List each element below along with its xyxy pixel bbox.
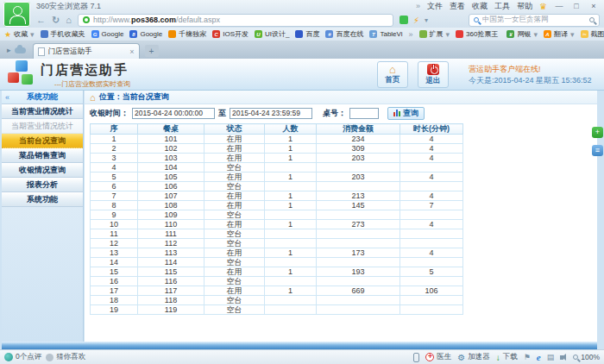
search-icon[interactable] [589,17,595,22]
pin-icon[interactable]: ▸ [7,46,11,54]
zoom-item[interactable]: 100% [573,353,600,361]
sidebar-item[interactable]: 收银情况查询 [2,163,83,178]
flag-icon[interactable]: ⚑ [524,353,531,361]
side-gadget-add-icon[interactable]: + [592,127,603,138]
guess-item[interactable]: 猜你喜欢 [46,352,85,362]
ie-compat-icon[interactable]: e [537,352,541,362]
bookmark-label: Google [102,30,124,38]
vip-crown-icon[interactable]: ♛ [539,2,547,11]
bookmarks-root[interactable]: ★ 收藏 ▾ [4,29,35,39]
cloud-sync-icon[interactable] [15,47,26,53]
download-item[interactable]: ↓ 下载 [496,352,518,362]
table-row[interactable]: 15115在用11935 [91,267,463,277]
bookmark-item[interactable]: 百度 [295,29,319,39]
table-row[interactable]: 11111空台 [91,229,463,239]
back-icon[interactable]: ← [36,16,46,25]
extension-label: 网银 [517,29,531,39]
table-row[interactable]: 2102在用13094 [91,144,463,154]
query-button[interactable]: 查询 [387,107,425,120]
reviews-item[interactable]: 0个点评 [4,352,41,362]
cell-seq: 13 [91,248,138,258]
table-row[interactable]: 7107在用12134 [91,191,463,201]
table-row[interactable]: 6106空台 [91,182,463,191]
speaker-icon[interactable] [560,355,563,360]
table-row[interactable]: 1101在用12344 [91,135,463,144]
accelerator-item[interactable]: ⚙ 加速器 [457,352,489,362]
url-domain: pos368.com [131,16,176,24]
menu-item[interactable]: 文件 [427,1,443,12]
user-avatar[interactable] [3,2,30,27]
sidebar-item-label: 报表分析 [27,179,58,191]
cell-minutes: 7 [400,201,463,210]
sidebar-item[interactable]: 当前营业情况统计 [2,104,83,119]
extension-item[interactable]: ✂截图▾ [581,29,604,39]
table-row[interactable]: 14114空台 [91,258,463,267]
collapse-icon[interactable]: « [5,93,9,102]
bookmark-item[interactable]: 8Google [129,29,162,39]
browser-statusbar: 0个点评 猜你喜欢 医生 ⚙ 加速器 ↓ 下载 ⚑ e ▤ 100% [0,349,604,364]
refresh-icon[interactable]: ↻ [52,16,60,25]
extension-item[interactable]: 扩展▾ [419,29,450,39]
table-row[interactable]: 12112空台 [91,239,463,248]
query-button-label: 查询 [403,108,418,119]
sidebar-header[interactable]: « 系统功能 [2,91,83,104]
extension-item[interactable]: 360抢票王 [456,29,500,39]
browser-tab[interactable]: 门店营运助手 × [33,43,140,59]
bookmark-item[interactable]: #百度在线 [325,29,363,39]
side-gadget-menu-icon[interactable]: ≡ [592,145,603,156]
table-row[interactable]: 5105在用12034 [91,173,463,182]
table-row[interactable]: 18118空台 [91,296,463,305]
bolt-icon[interactable]: ⚡ [413,16,419,25]
menu-item[interactable]: 收藏 [472,1,488,12]
speed-mode-icon[interactable] [400,16,408,24]
table-row[interactable]: 17117在用1669106 [91,286,463,296]
table-row[interactable]: 9109空台 [91,210,463,220]
cell-minutes: 4 [400,220,463,229]
sidebar-item[interactable]: 菜品销售查询 [2,148,83,163]
bookmark-item[interactable]: CIOS开发 [212,29,249,39]
table-row[interactable]: 4104空台 [91,163,463,173]
bookmark-item[interactable]: GGoogle [91,29,124,39]
minimize-button[interactable]: — [554,2,564,10]
table-row[interactable]: 8108在用11457 [91,201,463,210]
bookmark-item[interactable]: 千橡独家 [168,29,206,39]
menu-item[interactable]: 查看 [450,1,465,12]
table-row[interactable]: 3103在用12034 [91,154,463,163]
extension-item[interactable]: A翻译▾ [544,29,575,39]
bookmark-item[interactable]: UUI设计_ [255,29,289,39]
restore-button[interactable]: □ [571,2,582,10]
table-row[interactable]: 16116空台 [91,277,463,286]
close-button[interactable]: × [588,2,599,10]
menu-overflow-icon[interactable]: » [416,2,420,10]
extension-item[interactable]: ¥网银▾ [506,29,538,39]
sidebar-item[interactable]: 当期营业情况统计 [2,119,83,134]
sidebar-item[interactable]: 系统功能 [2,192,83,207]
menu-item[interactable]: 工具 [494,1,510,12]
table-no-input[interactable] [349,108,379,119]
bookmark-item[interactable]: TTableVi [369,29,402,39]
table-row[interactable]: 13113在用11734 [91,248,463,258]
phone-icon[interactable] [413,353,419,362]
breadcrumb-prefix: 位置： [99,92,123,101]
doctor-item[interactable]: 医生 [425,352,451,362]
bookmark-item[interactable]: 手机收藏夹 [41,29,85,39]
exit-button[interactable]: 退出 [418,61,449,88]
sidebar-item[interactable]: 当前台况查询 [2,134,83,148]
time-from-input[interactable] [132,108,215,119]
bookmarks-overflow-icon[interactable]: » [409,30,413,39]
home-icon[interactable]: ⌂ [66,16,72,25]
menu-item[interactable]: 帮助 [517,1,532,12]
new-tab-button[interactable]: + [145,45,159,57]
table-row[interactable]: 10110在用12734 [91,220,463,229]
column-header: 人数 [265,124,317,135]
table-row[interactable]: 19119空台 [91,305,463,315]
search-input[interactable]: 中国第一女巨贪落网 [469,14,600,27]
address-bar[interactable]: http://www.pos368.com/default.aspx [78,14,393,27]
bookmark-favicon: # [325,30,333,38]
tab-close-icon[interactable]: × [129,47,134,56]
time-to-input[interactable] [230,108,312,119]
panel-icon[interactable]: ▤ [547,353,555,361]
home-page-button[interactable]: ⌂ 首页 [377,61,408,88]
sidebar-item[interactable]: 报表分析 [2,178,83,192]
chevron-down-icon[interactable]: ▾ [425,16,428,24]
